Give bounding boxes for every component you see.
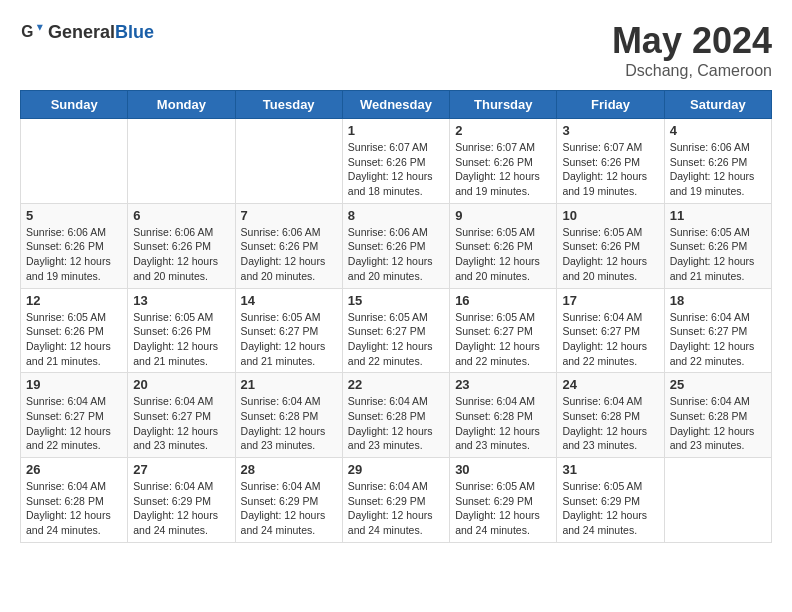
- day-info: Sunrise: 6:05 AM Sunset: 6:26 PM Dayligh…: [133, 310, 229, 369]
- day-number: 4: [670, 123, 766, 138]
- day-number: 9: [455, 208, 551, 223]
- day-info: Sunrise: 6:04 AM Sunset: 6:28 PM Dayligh…: [241, 394, 337, 453]
- day-info: Sunrise: 6:05 AM Sunset: 6:26 PM Dayligh…: [455, 225, 551, 284]
- day-number: 1: [348, 123, 444, 138]
- day-header-monday: Monday: [128, 91, 235, 119]
- day-number: 28: [241, 462, 337, 477]
- day-info: Sunrise: 6:04 AM Sunset: 6:27 PM Dayligh…: [562, 310, 658, 369]
- day-number: 17: [562, 293, 658, 308]
- calendar-cell: 5Sunrise: 6:06 AM Sunset: 6:26 PM Daylig…: [21, 203, 128, 288]
- day-info: Sunrise: 6:04 AM Sunset: 6:27 PM Dayligh…: [670, 310, 766, 369]
- location-title: Dschang, Cameroon: [612, 62, 772, 80]
- day-number: 26: [26, 462, 122, 477]
- calendar-cell: 3Sunrise: 6:07 AM Sunset: 6:26 PM Daylig…: [557, 119, 664, 204]
- month-title: May 2024: [612, 20, 772, 62]
- day-number: 11: [670, 208, 766, 223]
- day-info: Sunrise: 6:06 AM Sunset: 6:26 PM Dayligh…: [133, 225, 229, 284]
- calendar-cell: 8Sunrise: 6:06 AM Sunset: 6:26 PM Daylig…: [342, 203, 449, 288]
- calendar-cell: 11Sunrise: 6:05 AM Sunset: 6:26 PM Dayli…: [664, 203, 771, 288]
- calendar-cell: 15Sunrise: 6:05 AM Sunset: 6:27 PM Dayli…: [342, 288, 449, 373]
- logo-general-text: General: [48, 22, 115, 42]
- day-number: 18: [670, 293, 766, 308]
- calendar-cell: 14Sunrise: 6:05 AM Sunset: 6:27 PM Dayli…: [235, 288, 342, 373]
- day-header-sunday: Sunday: [21, 91, 128, 119]
- day-info: Sunrise: 6:05 AM Sunset: 6:27 PM Dayligh…: [455, 310, 551, 369]
- calendar-cell: 1Sunrise: 6:07 AM Sunset: 6:26 PM Daylig…: [342, 119, 449, 204]
- calendar-week-5: 26Sunrise: 6:04 AM Sunset: 6:28 PM Dayli…: [21, 458, 772, 543]
- day-number: 23: [455, 377, 551, 392]
- day-info: Sunrise: 6:05 AM Sunset: 6:27 PM Dayligh…: [348, 310, 444, 369]
- day-info: Sunrise: 6:04 AM Sunset: 6:28 PM Dayligh…: [26, 479, 122, 538]
- calendar-cell: 23Sunrise: 6:04 AM Sunset: 6:28 PM Dayli…: [450, 373, 557, 458]
- calendar-cell: 7Sunrise: 6:06 AM Sunset: 6:26 PM Daylig…: [235, 203, 342, 288]
- day-number: 6: [133, 208, 229, 223]
- calendar-table: SundayMondayTuesdayWednesdayThursdayFrid…: [20, 90, 772, 543]
- calendar-cell: 13Sunrise: 6:05 AM Sunset: 6:26 PM Dayli…: [128, 288, 235, 373]
- day-number: 16: [455, 293, 551, 308]
- calendar-cell: 19Sunrise: 6:04 AM Sunset: 6:27 PM Dayli…: [21, 373, 128, 458]
- calendar-cell: 4Sunrise: 6:06 AM Sunset: 6:26 PM Daylig…: [664, 119, 771, 204]
- day-header-thursday: Thursday: [450, 91, 557, 119]
- day-info: Sunrise: 6:05 AM Sunset: 6:27 PM Dayligh…: [241, 310, 337, 369]
- calendar-cell: 22Sunrise: 6:04 AM Sunset: 6:28 PM Dayli…: [342, 373, 449, 458]
- day-number: 2: [455, 123, 551, 138]
- day-number: 7: [241, 208, 337, 223]
- day-info: Sunrise: 6:04 AM Sunset: 6:28 PM Dayligh…: [670, 394, 766, 453]
- day-info: Sunrise: 6:07 AM Sunset: 6:26 PM Dayligh…: [562, 140, 658, 199]
- day-info: Sunrise: 6:04 AM Sunset: 6:29 PM Dayligh…: [241, 479, 337, 538]
- day-info: Sunrise: 6:05 AM Sunset: 6:26 PM Dayligh…: [26, 310, 122, 369]
- day-number: 15: [348, 293, 444, 308]
- day-info: Sunrise: 6:04 AM Sunset: 6:28 PM Dayligh…: [562, 394, 658, 453]
- day-info: Sunrise: 6:04 AM Sunset: 6:29 PM Dayligh…: [133, 479, 229, 538]
- calendar-cell: 16Sunrise: 6:05 AM Sunset: 6:27 PM Dayli…: [450, 288, 557, 373]
- day-number: 12: [26, 293, 122, 308]
- calendar-cell: 9Sunrise: 6:05 AM Sunset: 6:26 PM Daylig…: [450, 203, 557, 288]
- calendar-body: 1Sunrise: 6:07 AM Sunset: 6:26 PM Daylig…: [21, 119, 772, 543]
- title-section: May 2024 Dschang, Cameroon: [612, 20, 772, 80]
- day-info: Sunrise: 6:06 AM Sunset: 6:26 PM Dayligh…: [26, 225, 122, 284]
- calendar-cell: [235, 119, 342, 204]
- calendar-cell: [664, 458, 771, 543]
- day-info: Sunrise: 6:04 AM Sunset: 6:27 PM Dayligh…: [26, 394, 122, 453]
- calendar-cell: 21Sunrise: 6:04 AM Sunset: 6:28 PM Dayli…: [235, 373, 342, 458]
- day-info: Sunrise: 6:05 AM Sunset: 6:26 PM Dayligh…: [562, 225, 658, 284]
- logo: G GeneralBlue: [20, 20, 154, 44]
- day-number: 13: [133, 293, 229, 308]
- day-header-friday: Friday: [557, 91, 664, 119]
- day-header-saturday: Saturday: [664, 91, 771, 119]
- day-info: Sunrise: 6:06 AM Sunset: 6:26 PM Dayligh…: [241, 225, 337, 284]
- calendar-cell: 24Sunrise: 6:04 AM Sunset: 6:28 PM Dayli…: [557, 373, 664, 458]
- day-number: 24: [562, 377, 658, 392]
- day-number: 3: [562, 123, 658, 138]
- generalblue-logo-icon: G: [20, 20, 44, 44]
- day-number: 27: [133, 462, 229, 477]
- calendar-cell: 17Sunrise: 6:04 AM Sunset: 6:27 PM Dayli…: [557, 288, 664, 373]
- day-number: 5: [26, 208, 122, 223]
- calendar-week-4: 19Sunrise: 6:04 AM Sunset: 6:27 PM Dayli…: [21, 373, 772, 458]
- day-header-wednesday: Wednesday: [342, 91, 449, 119]
- day-info: Sunrise: 6:04 AM Sunset: 6:28 PM Dayligh…: [348, 394, 444, 453]
- calendar-cell: 28Sunrise: 6:04 AM Sunset: 6:29 PM Dayli…: [235, 458, 342, 543]
- day-headers-row: SundayMondayTuesdayWednesdayThursdayFrid…: [21, 91, 772, 119]
- day-header-tuesday: Tuesday: [235, 91, 342, 119]
- day-number: 29: [348, 462, 444, 477]
- day-number: 8: [348, 208, 444, 223]
- day-info: Sunrise: 6:07 AM Sunset: 6:26 PM Dayligh…: [455, 140, 551, 199]
- calendar-cell: [21, 119, 128, 204]
- day-number: 10: [562, 208, 658, 223]
- day-info: Sunrise: 6:05 AM Sunset: 6:26 PM Dayligh…: [670, 225, 766, 284]
- day-number: 30: [455, 462, 551, 477]
- calendar-cell: 10Sunrise: 6:05 AM Sunset: 6:26 PM Dayli…: [557, 203, 664, 288]
- calendar-cell: 30Sunrise: 6:05 AM Sunset: 6:29 PM Dayli…: [450, 458, 557, 543]
- page-header: G GeneralBlue May 2024 Dschang, Cameroon: [20, 20, 772, 80]
- day-info: Sunrise: 6:04 AM Sunset: 6:28 PM Dayligh…: [455, 394, 551, 453]
- day-number: 20: [133, 377, 229, 392]
- day-info: Sunrise: 6:04 AM Sunset: 6:27 PM Dayligh…: [133, 394, 229, 453]
- day-info: Sunrise: 6:07 AM Sunset: 6:26 PM Dayligh…: [348, 140, 444, 199]
- day-number: 25: [670, 377, 766, 392]
- day-info: Sunrise: 6:05 AM Sunset: 6:29 PM Dayligh…: [455, 479, 551, 538]
- calendar-cell: 25Sunrise: 6:04 AM Sunset: 6:28 PM Dayli…: [664, 373, 771, 458]
- calendar-week-1: 1Sunrise: 6:07 AM Sunset: 6:26 PM Daylig…: [21, 119, 772, 204]
- day-info: Sunrise: 6:05 AM Sunset: 6:29 PM Dayligh…: [562, 479, 658, 538]
- svg-marker-1: [37, 25, 43, 31]
